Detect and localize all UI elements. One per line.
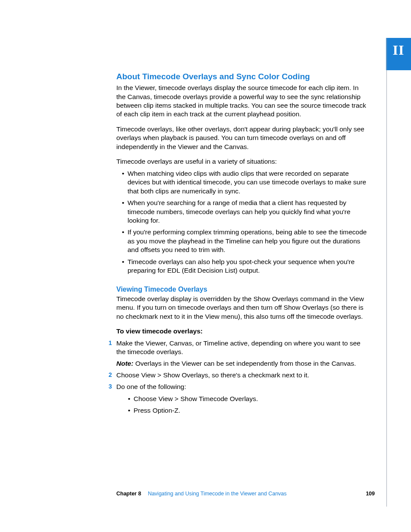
body-paragraph: Timecode overlays are useful in a variet… — [116, 157, 367, 166]
step-text: Choose View > Show Overlays, so there's … — [116, 371, 309, 379]
body-paragraph: In the Viewer, timecode overlays display… — [116, 84, 367, 119]
list-item: Choose View > Show Timecode Overlays. — [116, 395, 367, 403]
body-paragraph: Timecode overlay display is overridden b… — [116, 295, 367, 321]
list-item: When you're searching for a range of med… — [116, 199, 367, 225]
section-heading: About Timecode Overlays and Sync Color C… — [116, 71, 367, 82]
procedure-label: To view timecode overlays: — [116, 327, 367, 336]
chapter-title: Navigating and Using Timecode in the Vie… — [148, 491, 286, 497]
chapter-label: Chapter 8 — [116, 491, 141, 497]
note-label: Note: — [116, 360, 134, 367]
bullet-list: When matching video clips with audio cli… — [116, 169, 367, 275]
list-item: If you're performing complex trimming op… — [116, 228, 367, 254]
page-content: About Timecode Overlays and Sync Color C… — [116, 71, 367, 415]
part-tab: II — [386, 38, 411, 70]
procedure-steps: 1 Make the Viewer, Canvas, or Timeline a… — [116, 339, 367, 415]
step-text: Do one of the following: — [116, 383, 186, 390]
page-number: 109 — [366, 490, 375, 498]
step-number: 1 — [109, 339, 112, 347]
body-paragraph: Timecode overlays, like other overlays, … — [116, 125, 367, 151]
step-number: 3 — [109, 383, 112, 390]
step-number: 2 — [109, 371, 112, 379]
step-item: 3 Do one of the following: Choose View >… — [116, 383, 367, 415]
step-item: 1 Make the Viewer, Canvas, or Timeline a… — [116, 339, 367, 368]
step-item: 2 Choose View > Show Overlays, so there'… — [116, 371, 367, 380]
page-footer: Chapter 8 Navigating and Using Timecode … — [116, 490, 375, 498]
list-item: Press Option-Z. — [116, 406, 367, 415]
note-text: Overlays in the Viewer can be set indepe… — [134, 360, 356, 367]
list-item: Timecode overlays can also help you spot… — [116, 258, 367, 275]
subsection-heading: Viewing Timecode Overlays — [116, 285, 367, 294]
page-right-rule — [386, 38, 387, 507]
step-text: Make the Viewer, Canvas, or Timeline act… — [116, 339, 361, 355]
list-item: When matching video clips with audio cli… — [116, 169, 367, 196]
sub-bullet-list: Choose View > Show Timecode Overlays. Pr… — [116, 395, 367, 415]
step-note: Note: Overlays in the Viewer can be set … — [116, 359, 367, 368]
